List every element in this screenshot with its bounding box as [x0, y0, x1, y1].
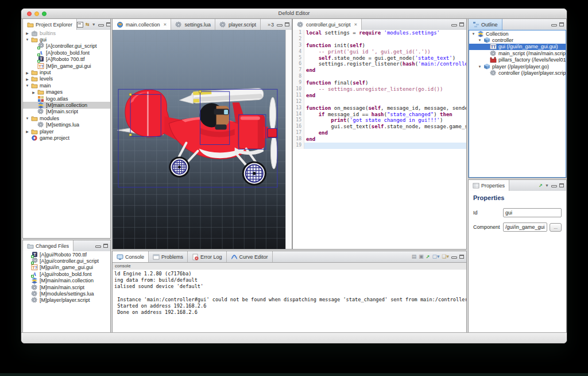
maximize-view-icon[interactable]: [459, 255, 464, 259]
tab-player-script[interactable]: player.script: [215, 19, 261, 30]
console-output[interactable]: ld Engine 1.2.80 (c7176ba)ing data from:…: [113, 270, 466, 332]
project-tree-item[interactable]: ▼gui: [23, 36, 110, 43]
id-field[interactable]: [503, 208, 562, 217]
chevron-right-icon[interactable]: ▶: [25, 71, 29, 75]
tab-properties[interactable]: Properties: [469, 180, 509, 191]
outline-tree-item[interactable]: pillars_factory (/levels/level01/pillars…: [469, 57, 566, 63]
project-tree-item[interactable]: ▶input: [23, 69, 110, 75]
code-line: 10 -- settings.unregister_listener(go.id…: [293, 86, 466, 93]
minimize-view-icon[interactable]: [551, 185, 557, 187]
project-tree-item[interactable]: ▼modules: [23, 115, 110, 121]
view-menu-icon[interactable]: ▼: [545, 183, 549, 187]
pin-view-icon[interactable]: ➚: [539, 183, 543, 188]
tab-problems[interactable]: Problems: [149, 251, 188, 262]
project-tree-item[interactable]: T?[M]in_game_gui.gui: [23, 63, 110, 69]
outline-tree-item[interactable]: ▼controller: [469, 37, 566, 43]
project-tree-item[interactable]: [M]main.script: [23, 109, 110, 115]
scene-editor-panel: main.collection ✕ settings.lua player.sc…: [112, 18, 292, 250]
outline-tree-item[interactable]: main_script (/main/main.script): [469, 50, 566, 56]
gear-icon: [31, 297, 38, 304]
outline-tree-item[interactable]: ▼player (/player/player.go): [469, 63, 566, 70]
outline-tree-item[interactable]: TTgui (/gui/in_game_gui.gui): [469, 44, 566, 50]
chevron-down-icon[interactable]: ▼: [471, 32, 475, 36]
chevron-right-icon[interactable]: ▶: [25, 31, 29, 35]
minimize-editor-icon[interactable]: [451, 24, 457, 26]
maximize-view-icon[interactable]: [103, 244, 108, 248]
scene-canvas[interactable]: [113, 30, 285, 249]
tab-controller-gui-script[interactable]: controller.gui_script ✕: [293, 19, 362, 30]
tab-outline[interactable]: Outline: [469, 19, 502, 30]
changed-file-item[interactable]: A[A]gui/roboto_bold.font: [23, 271, 110, 277]
project-tree-item[interactable]: [M]main.collection: [23, 102, 110, 108]
tab-project-explorer[interactable]: Project Explorer: [23, 19, 77, 30]
project-tree-item[interactable]: ▶levels: [23, 76, 110, 82]
chevron-down-icon[interactable]: ▼: [25, 117, 29, 120]
project-tree-item[interactable]: game.project: [23, 135, 110, 141]
link-with-editor-icon[interactable]: ⇆: [86, 22, 90, 27]
chevron-down-icon[interactable]: ▼: [25, 84, 29, 87]
outline-tree: ▼Collection▼controllerTTgui (/gui/in_gam…: [469, 30, 566, 177]
tab-curve-editor[interactable]: Curve Editor: [227, 251, 273, 262]
ttf-add-icon: T: [31, 251, 38, 258]
minimize-view-icon[interactable]: [95, 245, 101, 248]
browse-component-button[interactable]: ...: [550, 223, 562, 232]
project-tree-item[interactable]: [M]settings.lua: [23, 121, 110, 128]
tab-changed-files[interactable]: Changed Files: [23, 240, 74, 251]
title-bar[interactable]: Defold Editor: [21, 9, 567, 19]
minimize-view-icon[interactable]: [98, 24, 104, 26]
chevron-right-icon[interactable]: ▶: [32, 90, 36, 94]
canvas-vertical-scrollbar[interactable]: [285, 30, 292, 249]
tab-main-collection[interactable]: main.collection ✕: [113, 19, 171, 30]
code-area[interactable]: 1local settings = require 'modules.setti…: [293, 30, 466, 249]
changed-file-item[interactable]: T?[M]gui/in_game_gui.gui: [23, 264, 110, 271]
project-tree-item[interactable]: logo.atlas: [23, 95, 110, 102]
maximize-view-icon[interactable]: [559, 22, 564, 26]
scroll-lock-icon[interactable]: ▣: [419, 254, 424, 259]
project-tree-item[interactable]: ▶builtins: [23, 30, 110, 36]
tab-error-log[interactable]: Error Log: [188, 251, 227, 262]
minimize-editor-icon[interactable]: [277, 24, 283, 26]
tab-settings-lua[interactable]: settings.lua: [171, 19, 215, 30]
project-tree-item[interactable]: ▶images: [23, 89, 110, 95]
changed-files-panel: Changed Files T[A]gui/Roboto 700.ttf>[A]…: [22, 240, 111, 333]
changed-file-item[interactable]: >[A]gui/controller.gui_script: [23, 258, 110, 264]
project-tree-item[interactable]: T[A]Roboto 700.ttf: [23, 56, 110, 63]
tab-console[interactable]: Console: [113, 251, 149, 262]
collapse-all-icon[interactable]: [77, 22, 83, 28]
project-tree-item[interactable]: A[A]roboto_bold.font: [23, 49, 110, 56]
code-line: 19: [293, 143, 466, 149]
display-console-icon[interactable]: ▢▾: [432, 254, 439, 259]
open-console-icon[interactable]: ❏▾: [442, 254, 449, 259]
close-tab-icon[interactable]: ✕: [164, 22, 167, 27]
chevron-right-icon[interactable]: ▶: [25, 129, 29, 133]
project-tree-item[interactable]: ▼main: [23, 82, 110, 89]
changed-file-item[interactable]: T[A]gui/Roboto 700.ttf: [23, 251, 110, 258]
maximize-view-icon[interactable]: [106, 22, 111, 26]
chevron-down-icon[interactable]: ▼: [25, 38, 29, 41]
tab-overflow[interactable]: » 3: [265, 19, 277, 30]
minimize-view-icon[interactable]: [551, 24, 557, 26]
changed-file-item[interactable]: [M]main/main.collection: [23, 278, 110, 284]
project-tree-item[interactable]: ▶player: [23, 128, 110, 135]
project-tree-item[interactable]: >[A]controller.gui_script: [23, 43, 110, 49]
changed-file-item[interactable]: [M]player/player.script: [23, 297, 110, 304]
pin-console-icon[interactable]: ➚: [426, 254, 430, 259]
view-menu-icon[interactable]: ▼: [92, 22, 96, 26]
minimize-view-icon[interactable]: [451, 256, 457, 259]
outline-tree-item[interactable]: ▼Collection: [469, 30, 566, 37]
chevron-down-icon[interactable]: ▼: [478, 65, 482, 68]
maximize-editor-icon[interactable]: [459, 22, 464, 26]
console-line: ld Engine 1.2.80 (c7176ba): [114, 271, 466, 277]
chevron-right-icon[interactable]: ▶: [25, 77, 29, 81]
chevron-down-icon[interactable]: ▼: [478, 39, 482, 42]
changed-file-item[interactable]: [M]main/main.script: [23, 284, 110, 290]
problems-icon: [153, 254, 160, 260]
maximize-view-icon[interactable]: [559, 183, 564, 187]
changed-file-item[interactable]: [M]modules/settings.lua: [23, 290, 110, 297]
clear-console-icon[interactable]: ▤: [412, 254, 417, 259]
code-line: 13function on_message(self, message_id, …: [293, 105, 466, 112]
maximize-editor-icon[interactable]: [285, 22, 289, 26]
component-field[interactable]: [503, 222, 547, 232]
outline-tree-item[interactable]: controller (/player/player.script): [469, 70, 566, 76]
close-tab-icon[interactable]: ✕: [354, 22, 358, 27]
